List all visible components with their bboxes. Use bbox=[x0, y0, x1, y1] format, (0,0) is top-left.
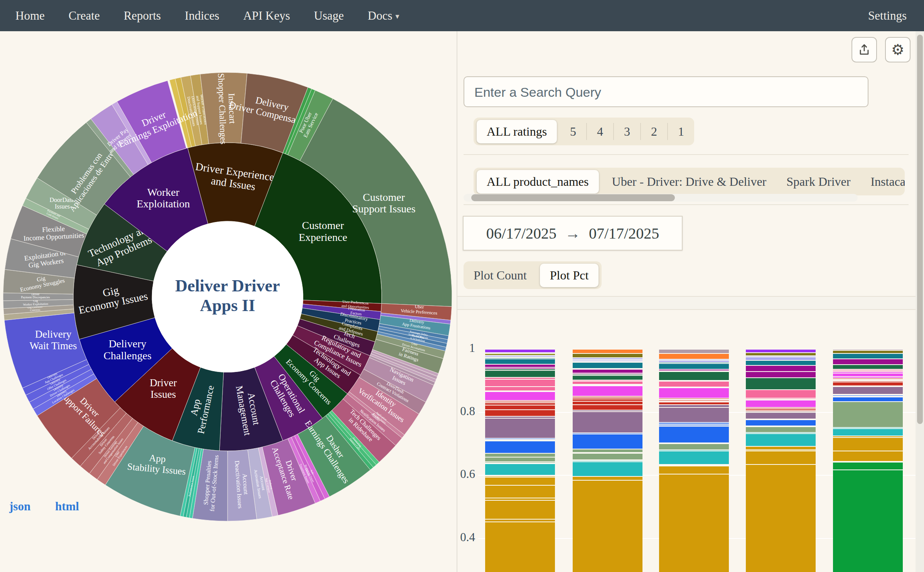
bar-segment[interactable] bbox=[833, 386, 903, 394]
bar-segment[interactable] bbox=[485, 485, 555, 498]
bar-segment[interactable] bbox=[746, 371, 816, 377]
plot-count-option[interactable]: Plot Count bbox=[464, 264, 537, 286]
bar-segment[interactable] bbox=[746, 377, 816, 389]
bar-segment[interactable] bbox=[833, 350, 903, 353]
bar-segment[interactable] bbox=[746, 349, 816, 352]
bar-segment[interactable] bbox=[573, 434, 642, 449]
bar-segment[interactable] bbox=[833, 401, 903, 427]
ratings-all-option[interactable]: ALL ratings bbox=[477, 120, 557, 143]
ratings-option-2[interactable]: 2 bbox=[641, 121, 667, 143]
bar-segment[interactable] bbox=[485, 522, 555, 572]
bar-segment[interactable] bbox=[573, 449, 642, 452]
bar-segment[interactable] bbox=[659, 466, 729, 474]
products-scrollbar-thumb[interactable] bbox=[471, 194, 675, 201]
bar-2[interactable] bbox=[573, 349, 642, 572]
bar-1[interactable] bbox=[485, 349, 555, 572]
bar-segment[interactable] bbox=[746, 352, 816, 355]
bar-segment[interactable] bbox=[746, 412, 816, 418]
nav-docs[interactable]: Docs▾ bbox=[368, 9, 400, 23]
bar-segment[interactable] bbox=[833, 469, 903, 572]
bar-segment[interactable] bbox=[833, 397, 903, 401]
bar-segment[interactable] bbox=[833, 428, 903, 436]
nav-api-keys[interactable]: API Keys bbox=[243, 9, 290, 23]
bar-segment[interactable] bbox=[485, 477, 555, 485]
bar-segment[interactable] bbox=[833, 358, 903, 365]
nav-reports[interactable]: Reports bbox=[124, 9, 161, 23]
bar-segment[interactable] bbox=[659, 363, 729, 369]
bar-segment[interactable] bbox=[573, 461, 642, 476]
bar-segment[interactable] bbox=[746, 451, 816, 464]
settings-button[interactable]: ⚙ bbox=[885, 37, 911, 62]
bar-segment[interactable] bbox=[573, 411, 642, 433]
bar-segment[interactable] bbox=[746, 389, 816, 398]
nav-settings[interactable]: Settings bbox=[868, 9, 907, 23]
product-option-uber[interactable]: Uber - Driver: Drive & Deliver bbox=[602, 171, 777, 193]
bar-segment[interactable] bbox=[833, 462, 903, 469]
sunburst-chart[interactable]: Driver Experienceand IssuesCustomerExper… bbox=[0, 0, 457, 572]
bar-segment[interactable] bbox=[573, 453, 642, 459]
products-scrollbar-track[interactable] bbox=[464, 194, 858, 202]
ratings-option-1[interactable]: 1 bbox=[668, 121, 694, 143]
bar-segment[interactable] bbox=[659, 404, 729, 407]
bar-segment[interactable] bbox=[659, 353, 729, 359]
bar-segment[interactable] bbox=[659, 443, 729, 449]
bar-segment[interactable] bbox=[485, 405, 555, 409]
bar-segment[interactable] bbox=[833, 451, 903, 461]
bar-segment[interactable] bbox=[659, 387, 729, 398]
bar-4[interactable] bbox=[746, 349, 816, 572]
bar-3[interactable] bbox=[659, 349, 729, 572]
bar-segment[interactable] bbox=[746, 400, 816, 407]
bar-segment[interactable] bbox=[833, 437, 903, 451]
plot-pct-option[interactable]: Plot Pct bbox=[540, 264, 599, 287]
bar-segment[interactable] bbox=[659, 349, 729, 353]
nav-home[interactable]: Home bbox=[15, 9, 45, 23]
bar-segment[interactable] bbox=[573, 362, 642, 368]
date-range-picker[interactable]: 06/17/2025 → 07/17/2025 bbox=[463, 216, 683, 251]
nav-create[interactable]: Create bbox=[69, 9, 100, 23]
nav-usage[interactable]: Usage bbox=[314, 9, 344, 23]
bar-segment[interactable] bbox=[746, 426, 816, 432]
bar-segment[interactable] bbox=[659, 371, 729, 380]
bar-segment[interactable] bbox=[485, 364, 555, 367]
bar-segment[interactable] bbox=[485, 441, 555, 453]
bar-segment[interactable] bbox=[833, 364, 903, 369]
bar-segment[interactable] bbox=[485, 500, 555, 519]
ratings-option-3[interactable]: 3 bbox=[614, 121, 640, 143]
bar-segment[interactable] bbox=[746, 433, 816, 446]
bar-segment[interactable] bbox=[659, 407, 729, 422]
bar-segment[interactable] bbox=[746, 419, 816, 426]
bar-segment[interactable] bbox=[746, 365, 816, 371]
bar-segment[interactable] bbox=[833, 373, 903, 376]
bar-segment[interactable] bbox=[659, 381, 729, 387]
share-button[interactable] bbox=[851, 37, 877, 62]
bar-segment[interactable] bbox=[573, 401, 642, 405]
nav-indices[interactable]: Indices bbox=[185, 9, 219, 23]
bar-segment[interactable] bbox=[746, 357, 816, 360]
ratings-option-4[interactable]: 4 bbox=[587, 121, 613, 143]
bar-segment[interactable] bbox=[746, 360, 816, 365]
bar-segment[interactable] bbox=[659, 426, 729, 442]
json-link[interactable]: json bbox=[9, 500, 30, 513]
date-start[interactable]: 06/17/2025 bbox=[486, 224, 556, 242]
bar-segment[interactable] bbox=[485, 391, 555, 400]
bar-segment[interactable] bbox=[485, 358, 555, 364]
bar-segment[interactable] bbox=[573, 385, 642, 396]
bar-segment[interactable] bbox=[573, 369, 642, 373]
bar-segment[interactable] bbox=[485, 386, 555, 390]
bar-segment[interactable] bbox=[573, 381, 642, 384]
bar-segment[interactable] bbox=[659, 474, 729, 572]
bar-segment[interactable] bbox=[485, 463, 555, 474]
bar-segment[interactable] bbox=[573, 480, 642, 572]
bar-segment[interactable] bbox=[573, 404, 642, 410]
bar-segment[interactable] bbox=[573, 375, 642, 380]
stacked-bar-chart[interactable]: 10.80.60.4 bbox=[457, 314, 916, 572]
bar-segment[interactable] bbox=[833, 353, 903, 358]
bar-segment[interactable] bbox=[573, 353, 642, 357]
bar-5[interactable] bbox=[833, 349, 903, 572]
bar-segment[interactable] bbox=[485, 370, 555, 377]
ratings-option-5[interactable]: 5 bbox=[560, 121, 586, 143]
search-input[interactable] bbox=[464, 77, 858, 107]
bar-segment[interactable] bbox=[485, 409, 555, 416]
page-scrollbar-thumb[interactable] bbox=[917, 35, 923, 424]
bar-segment[interactable] bbox=[746, 446, 816, 450]
